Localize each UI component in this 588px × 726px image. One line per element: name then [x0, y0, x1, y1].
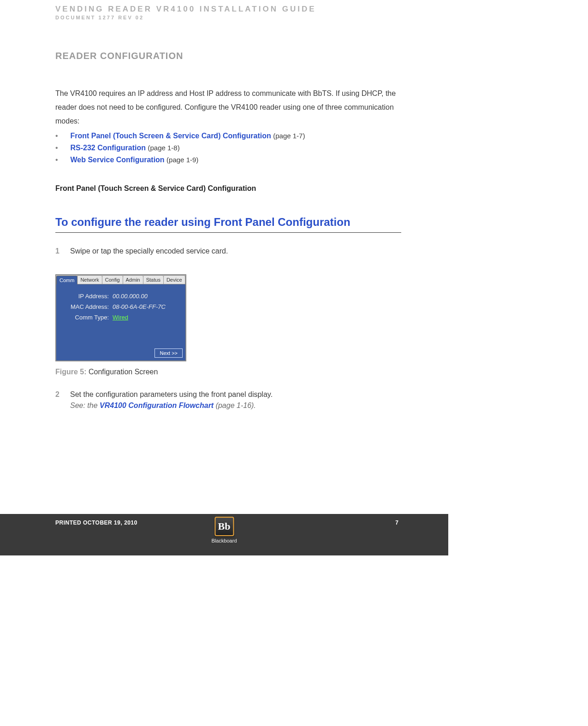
comm-type-value[interactable]: Wired	[113, 314, 128, 321]
step-2-main: Set the configuration parameters using t…	[70, 390, 273, 398]
bb-logo-icon: Bb	[214, 517, 234, 536]
ip-value: 00.00.000.00	[113, 293, 148, 300]
step-text: Swipe or tap the specially encoded servi…	[70, 246, 401, 257]
subsection-heading: Front Panel (Touch Screen & Service Card…	[55, 184, 401, 193]
printed-date: PRINTED OCTOBER 19, 2010	[55, 519, 137, 526]
mac-value: 08-00-6A-0E-FF-7C	[113, 303, 166, 310]
section-title: READER CONFIGURATION	[55, 51, 401, 61]
see-prefix: See: the	[70, 401, 100, 409]
step-2: 2 Set the configuration parameters using…	[55, 389, 401, 411]
page-number: 7	[395, 519, 398, 526]
brand-name: Blackboard	[211, 538, 237, 543]
doc-header-subtitle: DOCUMENT 1277 REV 02	[55, 15, 144, 20]
device-tabs: Comm Network Config Admin Status Device	[56, 275, 185, 284]
device-screenshot: Comm Network Config Admin Status Device …	[55, 274, 186, 361]
rs232-config-link[interactable]: RS-232 Configuration	[70, 144, 146, 152]
procedure-title: To configure the reader using Front Pane…	[55, 216, 401, 233]
step-1: 1 Swipe or tap the specially encoded ser…	[55, 246, 401, 257]
tab-admin[interactable]: Admin	[123, 275, 143, 284]
web-service-config-link[interactable]: Web Service Configuration	[70, 156, 164, 164]
step-text: Set the configuration parameters using t…	[70, 389, 401, 411]
page-ref: (page 1-8)	[148, 144, 179, 152]
figure-caption: Figure 5: Configuration Screen	[55, 368, 401, 376]
tab-network[interactable]: Network	[77, 275, 102, 284]
next-button[interactable]: Next >>	[154, 348, 183, 358]
step-number: 1	[55, 246, 62, 257]
list-item: RS-232 Configuration (page 1-8)	[55, 142, 401, 154]
tab-status[interactable]: Status	[143, 275, 164, 284]
mac-row: MAC Address: 08-00-6A-0E-FF-7C	[65, 303, 177, 310]
figure-label: Figure 5:	[55, 368, 89, 376]
ip-label: IP Address:	[65, 293, 109, 300]
comm-type-label: Comm Type:	[65, 314, 109, 321]
comm-type-row: Comm Type: Wired	[65, 314, 177, 321]
list-item: Web Service Configuration (page 1-9)	[55, 154, 401, 166]
page-ref: (page 1-7)	[273, 132, 305, 140]
device-panel: IP Address: 00.00.000.00 MAC Address: 08…	[56, 284, 185, 360]
brand-logo: Bb Blackboard	[211, 517, 237, 543]
front-panel-config-link[interactable]: Front Panel (Touch Screen & Service Card…	[70, 132, 271, 140]
mac-label: MAC Address:	[65, 303, 109, 310]
see-suffix: (page 1-16).	[214, 401, 256, 409]
intro-paragraph: The VR4100 requires an IP address and Ho…	[55, 87, 401, 128]
list-item: Front Panel (Touch Screen & Service Card…	[55, 130, 401, 142]
tab-comm[interactable]: Comm	[56, 276, 77, 284]
flowchart-link[interactable]: VR4100 Configuration Flowchart	[100, 401, 214, 409]
page-footer: PRINTED OCTOBER 19, 2010 7 Bb Blackboard	[0, 514, 448, 555]
config-mode-list: Front Panel (Touch Screen & Service Card…	[55, 130, 401, 166]
step-number: 2	[55, 389, 62, 411]
page-ref: (page 1-9)	[166, 156, 198, 164]
figure-text: Configuration Screen	[89, 368, 158, 376]
tab-config[interactable]: Config	[102, 275, 123, 284]
doc-header-title: VENDING READER VR4100 INSTALLATION GUIDE	[55, 5, 316, 14]
ip-row: IP Address: 00.00.000.00	[65, 293, 177, 300]
tab-device[interactable]: Device	[163, 275, 185, 284]
